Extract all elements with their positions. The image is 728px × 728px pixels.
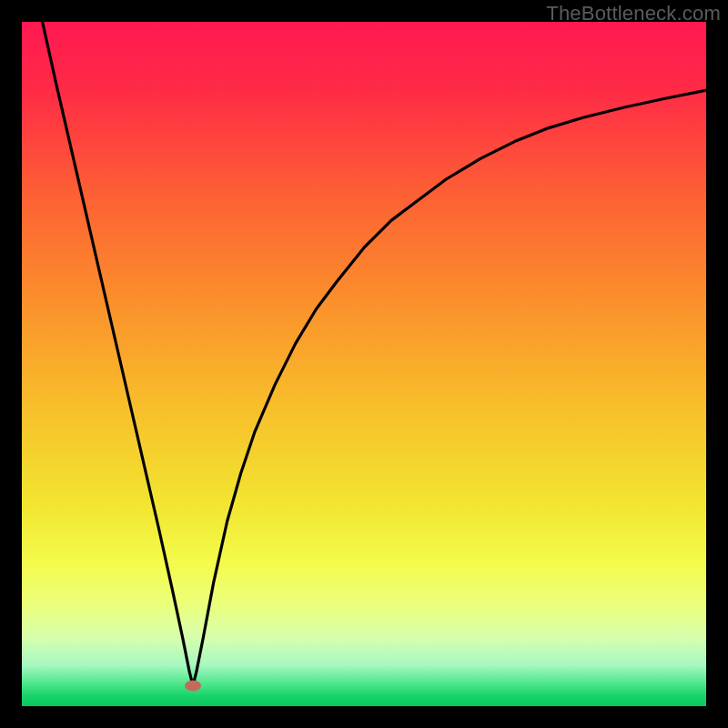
minimum-marker <box>185 680 201 691</box>
gradient-background <box>22 22 706 706</box>
chart-canvas <box>22 22 706 706</box>
chart-frame <box>22 22 706 706</box>
